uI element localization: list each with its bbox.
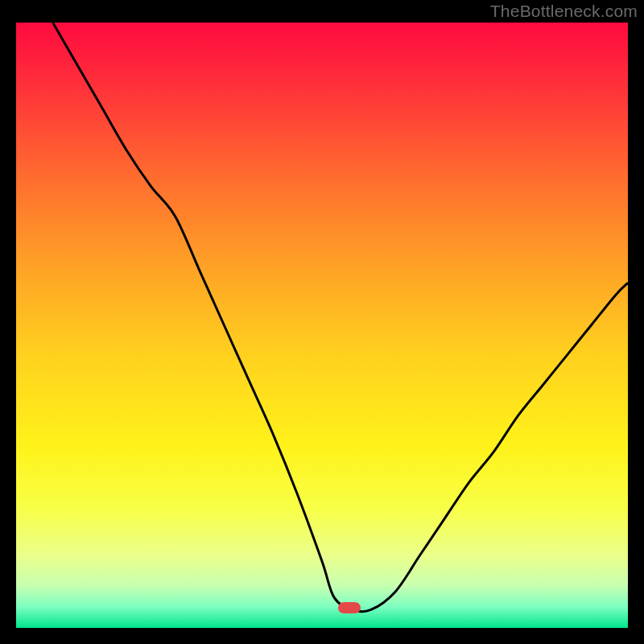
- plot-area: [16, 23, 628, 628]
- chart-frame: TheBottleneck.com: [0, 0, 644, 644]
- watermark-text: TheBottleneck.com: [490, 2, 638, 21]
- bottleneck-curve: [16, 23, 628, 628]
- optimal-marker: [338, 602, 361, 613]
